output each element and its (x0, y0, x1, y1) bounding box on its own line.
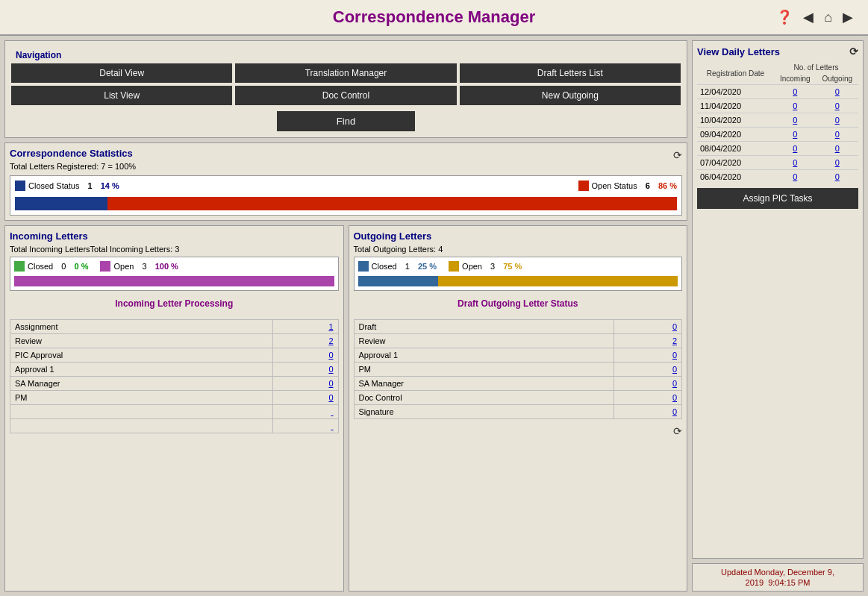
table-row: Review 2 (354, 334, 682, 348)
closed-bar (15, 197, 107, 210)
forward-button[interactable]: ▶ (840, 7, 856, 27)
back-button[interactable]: ◀ (800, 7, 817, 27)
incoming-panel: Incoming Letters Total Incoming LettersT… (4, 225, 344, 592)
home-button[interactable]: ⌂ (821, 8, 835, 27)
draft-outgoing-title: Draft Outgoing Letter Status (354, 298, 683, 309)
help-button[interactable]: ❓ (773, 7, 796, 27)
reg-date-header: Registration Date (697, 62, 774, 85)
closed-color-swatch (15, 181, 25, 191)
outgoing-panel: Outgoing Letters Total Outgoing Letters:… (349, 225, 688, 592)
statistics-panel: Correspondence Statistics ⟳ Total Letter… (4, 142, 687, 221)
outgoing-closed-legend: Closed 1 25 % (358, 261, 437, 272)
table-row: 12/04/2020 0 0 (697, 85, 858, 99)
assign-pic-tasks-button[interactable]: Assign PIC Tasks (697, 188, 858, 209)
incoming-header: Incoming (774, 73, 816, 85)
outgoing-processing-table: Draft 0 Review 2 Approval 1 0 PM (354, 319, 683, 419)
table-row (10, 419, 339, 433)
table-row: 09/04/2020 0 0 (697, 128, 858, 142)
table-row: Assignment 1 (10, 320, 339, 334)
statistics-total: Total Letters Registered: 7 = 100% (10, 162, 682, 171)
table-row: PM 0 (10, 391, 339, 405)
incoming-stats-box: Closed 0 0 % Open 3 100 % (10, 257, 339, 291)
detail-view-button[interactable]: Detail View (11, 63, 232, 83)
outgoing-open-legend: Open 3 75 % (449, 261, 522, 272)
nav-button-grid: Detail View Translation Manager Draft Le… (11, 63, 681, 105)
table-row: Approval 1 0 (10, 363, 339, 377)
daily-letters-table: Registration Date No. of Letters Incomin… (697, 62, 858, 183)
table-row: SA Manager 0 (10, 377, 339, 391)
incoming-total: Total Incoming LettersTotal Incoming Let… (10, 245, 339, 254)
incoming-title: Incoming Letters (10, 230, 339, 242)
table-row: 10/04/2020 0 0 (697, 113, 858, 128)
outgoing-bar (358, 276, 678, 286)
incoming-open-swatch (100, 261, 110, 272)
processing-title: Incoming Letter Processing (10, 298, 339, 309)
incoming-processing-table: Assignment 1 Review 2 PIC Approval 0 A (10, 319, 339, 433)
open-color-swatch (578, 181, 589, 191)
new-outgoing-button[interactable]: New Outgoing (460, 86, 681, 105)
translation-manager-button[interactable]: Translation Manager (235, 63, 456, 83)
table-row: Signature 0 (354, 405, 682, 419)
incoming-legend: Closed 0 0 % Open 3 100 % (14, 261, 334, 272)
open-bar (107, 197, 677, 210)
outgoing-legend: Closed 1 25 % Open 3 75 % (358, 261, 678, 272)
draft-letters-list-button[interactable]: Draft Letters List (460, 63, 681, 83)
statistics-title: Correspondence Statistics (10, 148, 133, 159)
stats-legend: Closed Status 1 14 % Open Status 6 (15, 181, 677, 191)
table-row: Doc Control 0 (354, 391, 682, 405)
outgoing-open-swatch (449, 261, 459, 272)
no-letters-header: No. of Letters (774, 62, 858, 73)
find-button[interactable]: Find (277, 111, 415, 131)
outgoing-closed-swatch (358, 261, 369, 272)
table-row: Review 2 (10, 334, 339, 348)
app-title: Correspondence Manager (333, 7, 535, 27)
app-header: Correspondence Manager ❓ ◀ ⌂ ▶ (0, 0, 868, 36)
table-row: Draft 0 (354, 320, 682, 334)
closed-legend: Closed Status 1 14 % (15, 181, 119, 191)
table-row: 08/04/2020 0 0 (697, 142, 858, 156)
table-row: 07/04/2020 0 0 (697, 156, 858, 170)
daily-letters-panel: View Daily Letters ⟳ Registration Date N… (692, 40, 864, 559)
daily-letters-refresh-icon[interactable]: ⟳ (849, 46, 858, 57)
header-controls: ❓ ◀ ⌂ ▶ (773, 7, 856, 27)
doc-control-button[interactable]: Doc Control (235, 86, 456, 105)
outgoing-header: Outgoing (816, 73, 858, 85)
incoming-bar (14, 276, 334, 286)
table-row: SA Manager 0 (354, 377, 682, 391)
table-row: Approval 1 0 (354, 348, 682, 363)
statistics-bar (15, 197, 677, 210)
table-row: 11/04/2020 0 0 (697, 99, 858, 113)
statistics-box: Closed Status 1 14 % Open Status 6 (10, 175, 682, 216)
footer-panel: Updated Monday, December 9, 2019 9:04:15… (692, 563, 864, 592)
incoming-closed-legend: Closed 0 0 % (14, 261, 88, 272)
navigation-panel: Navigation Detail View Translation Manag… (4, 40, 687, 138)
table-row (10, 405, 339, 419)
footer-updated: Updated Monday, December 9, 2019 9:04:15… (721, 568, 834, 587)
outgoing-stats-box: Closed 1 25 % Open 3 75 % (354, 257, 683, 291)
statistics-refresh-icon[interactable]: ⟳ (673, 149, 682, 161)
table-row: PM 0 (354, 363, 682, 377)
outgoing-refresh-icon[interactable]: ⟳ (673, 425, 682, 437)
incoming-open-legend: Open 3 100 % (100, 261, 178, 272)
daily-letters-title: View Daily Letters ⟳ (697, 46, 858, 57)
incoming-closed-swatch (14, 261, 25, 272)
navigation-panel-label: Navigation (11, 47, 681, 63)
list-view-button[interactable]: List View (11, 86, 232, 105)
outgoing-closed-bar (358, 276, 438, 286)
table-row: 06/04/2020 0 0 (697, 170, 858, 184)
open-legend: Open Status 6 86 % (578, 181, 677, 191)
table-row: PIC Approval 0 (10, 348, 339, 363)
outgoing-total: Total Outgoing Letters: 4 (354, 245, 683, 254)
incoming-open-bar (14, 276, 334, 286)
outgoing-title: Outgoing Letters (354, 230, 683, 242)
outgoing-open-bar (438, 276, 678, 286)
